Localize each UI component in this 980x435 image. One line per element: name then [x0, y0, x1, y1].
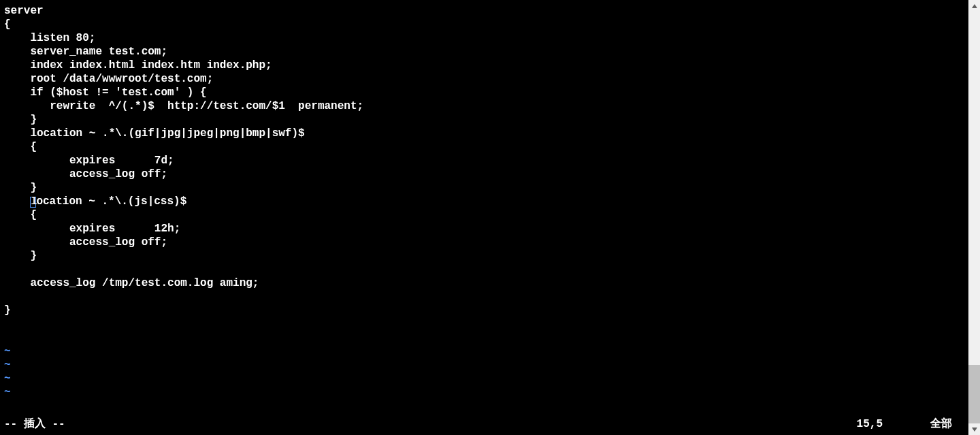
status-mode: -- 插入 -- — [4, 417, 65, 431]
code-line[interactable]: rewrite ^/(.*)$ http://test.com/$1 perma… — [4, 99, 968, 113]
empty-line-tilde: ~ — [4, 385, 968, 399]
cursor: l — [30, 197, 36, 208]
code-line[interactable]: expires 7d; — [4, 154, 968, 167]
code-line[interactable] — [4, 331, 968, 344]
code-line[interactable]: if ($host != 'test.com' ) { — [4, 86, 968, 99]
code-line[interactable] — [4, 263, 968, 276]
code-line[interactable]: location ~ .*\.(gif|jpg|jpeg|png|bmp|swf… — [4, 127, 968, 140]
scrollbar-arrow-down-icon[interactable] — [968, 423, 980, 435]
empty-line-tilde: ~ — [4, 344, 968, 358]
scrollbar-arrow-up-icon[interactable] — [968, 0, 980, 12]
status-position: 15,5 — [857, 417, 883, 431]
code-line[interactable]: { — [4, 18, 968, 31]
code-line[interactable]: index index.html index.htm index.php; — [4, 59, 968, 72]
code-line[interactable]: { — [4, 140, 968, 154]
code-line[interactable]: { — [4, 208, 968, 222]
code-line[interactable]: root /data/wwwroot/test.com; — [4, 72, 968, 86]
empty-line-tilde: ~ — [4, 372, 968, 385]
code-line[interactable]: access_log off; — [4, 236, 968, 249]
code-line[interactable]: } — [4, 181, 968, 195]
status-percent: 全部 — [930, 417, 952, 431]
code-line[interactable]: listen 80; — [4, 31, 968, 45]
code-line[interactable]: server_name test.com; — [4, 45, 968, 59]
scrollbar-track[interactable] — [968, 0, 980, 435]
editor-container: server{ listen 80; server_name test.com;… — [0, 0, 968, 435]
code-line[interactable]: expires 12h; — [4, 222, 968, 236]
empty-line-tilde: ~ — [4, 358, 968, 372]
status-bar: -- 插入 -- 15,5 全部 — [4, 417, 964, 431]
code-line[interactable] — [4, 290, 968, 304]
code-line[interactable]: access_log off; — [4, 167, 968, 181]
scrollbar-thumb[interactable] — [968, 365, 980, 423]
editor-content[interactable]: server{ listen 80; server_name test.com;… — [0, 0, 968, 399]
code-line[interactable]: } — [4, 113, 968, 127]
code-line[interactable]: access_log /tmp/test.com.log aming; — [4, 276, 968, 290]
code-line[interactable]: location ~ .*\.(js|css)$ — [4, 195, 968, 208]
code-line[interactable] — [4, 317, 968, 331]
code-line[interactable]: server — [4, 4, 968, 18]
code-line[interactable]: } — [4, 304, 968, 317]
code-line[interactable]: } — [4, 249, 968, 263]
